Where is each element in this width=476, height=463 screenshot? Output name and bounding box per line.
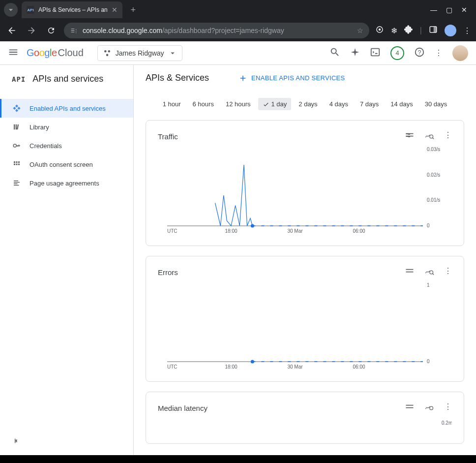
browser-tab[interactable]: API APIs & Services – APIs an ✕ <box>22 1 122 18</box>
latency-card: Median latency ⋮ 0.2milliseconds <box>146 392 464 444</box>
site-settings-icon <box>70 27 78 34</box>
help-button[interactable]: ? <box>414 47 425 60</box>
legend-toggle-icon[interactable] <box>405 130 415 142</box>
svg-text:UTC: UTC <box>167 228 178 234</box>
svg-text:06:00: 06:00 <box>353 364 365 370</box>
browser-menu-button[interactable]: ⋮ <box>463 26 471 35</box>
time-tab-7-days[interactable]: 7 days <box>356 98 383 110</box>
card-menu-icon[interactable]: ⋮ <box>444 266 452 278</box>
diamond-icon <box>12 104 22 113</box>
svg-point-33 <box>430 406 433 410</box>
chart-title-latency: Median latency <box>158 404 405 412</box>
enable-apis-button[interactable]: ENABLE APIS AND SERVICES <box>238 74 345 83</box>
svg-point-10 <box>13 144 16 147</box>
svg-text:30 Mar: 30 Mar <box>287 364 303 370</box>
reload-button[interactable] <box>44 26 58 35</box>
sidebar-item-credentials[interactable]: Credentials <box>0 136 133 155</box>
agreement-icon <box>12 179 22 187</box>
svg-text:0.02/s: 0.02/s <box>427 172 440 178</box>
key-icon <box>12 141 22 150</box>
sidebar-title: APIs and services <box>32 74 103 84</box>
header-actions: 4 ? ⋮ <box>329 45 468 61</box>
cloud-logo-text: Cloud <box>58 47 84 59</box>
extensions-button[interactable] <box>404 25 413 36</box>
card-menu-icon[interactable]: ⋮ <box>444 130 452 142</box>
bookmark-icon[interactable]: ☆ <box>357 27 363 34</box>
side-panel-button[interactable] <box>429 25 438 36</box>
maximize-button[interactable]: ▢ <box>446 6 452 14</box>
svg-text:18:00: 18:00 <box>225 364 237 370</box>
traffic-card: Traffic ⋮ 00.01/s0.02/s0.03/s18:0030 Mar… <box>146 120 464 246</box>
card-menu-icon[interactable]: ⋮ <box>444 402 452 414</box>
extension-icon-1[interactable] <box>375 25 384 36</box>
more-button[interactable]: ⋮ <box>435 48 443 58</box>
svg-text:0: 0 <box>427 223 430 228</box>
search-button[interactable] <box>329 47 340 60</box>
account-avatar[interactable] <box>452 45 468 61</box>
sidebar-item-label: Enabled APIs and services <box>30 105 106 112</box>
minimize-button[interactable]: — <box>430 6 437 14</box>
cloud-shell-button[interactable] <box>370 47 381 60</box>
errors-chart: 0118:0030 Mar06:00UTC <box>158 283 452 371</box>
svg-text:30 Mar: 30 Mar <box>287 228 303 234</box>
profile-avatar[interactable] <box>445 25 456 36</box>
time-tab-12-hours[interactable]: 12 hours <box>221 98 255 110</box>
window-controls: — ▢ ✕ <box>430 6 472 14</box>
time-tab-2-days[interactable]: 2 days <box>294 98 322 110</box>
google-logo-text: Google <box>27 47 57 59</box>
traffic-chart: 00.01/s0.02/s0.03/s18:0030 Mar06:00UTC <box>158 147 452 236</box>
close-window-button[interactable]: ✕ <box>461 6 467 14</box>
svg-point-11 <box>430 135 433 138</box>
time-range-tabs: 1 hour6 hours12 hours1 day2 days4 days7 … <box>134 91 476 120</box>
page-header: APIs & Services ENABLE APIS AND SERVICES <box>134 65 476 91</box>
time-tab-1-day[interactable]: 1 day <box>258 98 292 110</box>
sidebar-item-oauth-consent-screen[interactable]: OAuth consent screen <box>0 155 133 174</box>
app-root: Google Cloud James Ridgway 4 ? ⋮ API API… <box>0 41 476 455</box>
tab-close-button[interactable]: ✕ <box>112 6 118 14</box>
project-picker[interactable]: James Ridgway <box>97 45 182 61</box>
time-tab-30-days[interactable]: 30 days <box>420 98 452 110</box>
time-tab-4-days[interactable]: 4 days <box>325 98 353 110</box>
gemini-button[interactable] <box>350 47 360 59</box>
sidebar-item-enabled-apis-and-services[interactable]: Enabled APIs and services <box>0 99 133 118</box>
time-tab-14-days[interactable]: 14 days <box>386 98 417 110</box>
svg-text:0.03/s: 0.03/s <box>427 147 440 152</box>
svg-text:?: ? <box>418 49 421 56</box>
nav-menu-button[interactable] <box>8 47 19 60</box>
notifications-badge[interactable]: 4 <box>390 46 404 60</box>
time-tab-1-hour[interactable]: 1 hour <box>158 98 185 110</box>
time-tab-6-hours[interactable]: 6 hours <box>188 98 218 110</box>
explore-icon[interactable] <box>424 130 434 142</box>
sidebar: API APIs and services Enabled APIs and s… <box>0 65 134 455</box>
legend-toggle-icon[interactable] <box>405 402 415 414</box>
legend-toggle-icon[interactable] <box>405 266 415 278</box>
dropdown-icon <box>168 49 177 58</box>
sidebar-item-library[interactable]: Library <box>0 118 133 136</box>
svg-point-23 <box>430 271 433 274</box>
address-bar[interactable]: console.cloud.google.com/apis/dashboard?… <box>64 23 369 38</box>
url-text: console.cloud.google.com/apis/dashboard?… <box>83 27 352 34</box>
explore-icon[interactable] <box>424 402 434 414</box>
chart-title-traffic: Traffic <box>158 132 405 141</box>
svg-text:0.2milliseconds: 0.2milliseconds <box>442 420 452 426</box>
browser-chrome: API APIs & Services – APIs an ✕ + — ▢ ✕ … <box>0 0 476 41</box>
chart-title-errors: Errors <box>158 268 405 277</box>
explore-icon[interactable] <box>424 266 434 278</box>
google-cloud-logo[interactable]: Google Cloud <box>27 47 84 59</box>
api-icon: API <box>12 75 26 83</box>
errors-card: Errors ⋮ 0118:0030 Mar06:00UTC <box>146 256 464 382</box>
sidebar-item-label: Credentials <box>30 142 62 150</box>
svg-point-6 <box>106 54 109 56</box>
new-tab-button[interactable]: + <box>126 3 140 17</box>
svg-text:UTC: UTC <box>167 364 178 370</box>
library-icon <box>12 123 22 131</box>
extension-icon-2[interactable]: ❄ <box>391 26 397 35</box>
forward-button[interactable] <box>25 26 38 35</box>
back-button[interactable] <box>5 26 19 35</box>
latency-chart: 0.2milliseconds <box>158 419 452 433</box>
sidebar-item-page-usage-agreements[interactable]: Page usage agreements <box>0 174 133 192</box>
tab-search-button[interactable] <box>4 3 18 17</box>
check-icon <box>263 101 269 108</box>
svg-text:0.01/s: 0.01/s <box>427 197 440 203</box>
sidebar-collapse-button[interactable] <box>0 429 133 455</box>
